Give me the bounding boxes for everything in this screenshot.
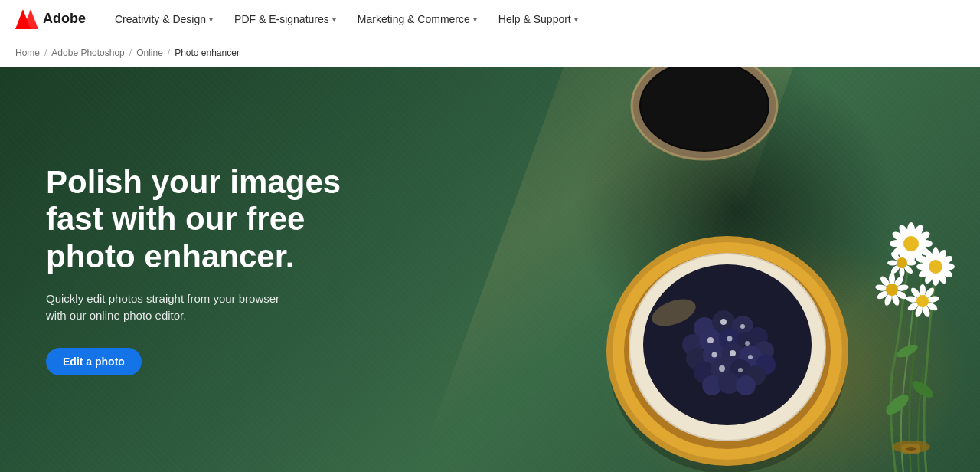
- svg-point-43: [738, 368, 743, 372]
- svg-point-77: [889, 273, 895, 285]
- svg-point-40: [748, 355, 753, 359]
- breadcrumb-photoshop: Adobe Photoshop: [51, 48, 124, 58]
- edit-photo-button[interactable]: Edit a photo: [46, 348, 142, 375]
- nav-label-pdf: PDF & E-signatures: [234, 13, 329, 25]
- breadcrumb-online-link[interactable]: Online: [136, 48, 163, 58]
- svg-point-46: [910, 378, 936, 401]
- svg-point-105: [887, 261, 898, 266]
- svg-point-41: [712, 352, 717, 358]
- breadcrumb-photoshop-link[interactable]: Adobe Photoshop: [51, 48, 124, 58]
- svg-point-88: [920, 284, 926, 297]
- svg-point-45: [883, 391, 912, 418]
- chevron-down-icon: ▾: [473, 15, 477, 24]
- nav-link-marketing[interactable]: Marketing & Commerce ▾: [347, 0, 488, 38]
- svg-point-36: [707, 337, 714, 343]
- breadcrumb-home-link[interactable]: Home: [15, 48, 40, 58]
- tart-plate: [597, 221, 858, 472]
- nav-label-creativity: Creativity & Design: [115, 13, 206, 25]
- nav-item-help: Help & Support ▾: [488, 0, 589, 38]
- svg-point-42: [719, 365, 725, 372]
- svg-point-39: [730, 350, 736, 356]
- svg-point-99: [900, 248, 905, 259]
- svg-point-33: [736, 375, 756, 395]
- nav-item-marketing: Marketing & Commerce ▾: [347, 0, 488, 38]
- nav-label-help: Help & Support: [498, 13, 571, 25]
- coffee-cup: [628, 67, 781, 221]
- flowers: [835, 182, 980, 472]
- nav-item-creativity: Creativity & Design ▾: [104, 0, 224, 38]
- hero-title: Polish your images fast with our free ph…: [46, 164, 375, 275]
- breadcrumb-sep-2: /: [129, 48, 132, 58]
- svg-point-101: [906, 261, 916, 266]
- adobe-icon: [15, 9, 38, 29]
- chevron-down-icon: ▾: [209, 15, 213, 24]
- svg-point-61: [903, 236, 919, 251]
- breadcrumb-sep-3: /: [168, 48, 170, 58]
- breadcrumb: Home / Adobe Photoshop / Online / Photo …: [0, 38, 980, 67]
- breadcrumb-current: Photo enhancer: [175, 48, 240, 58]
- svg-point-97: [916, 295, 929, 307]
- svg-point-34: [720, 319, 727, 325]
- adobe-logo-text: Adobe: [43, 11, 86, 27]
- nav-item-pdf: PDF & E-signatures ▾: [224, 0, 347, 38]
- breadcrumb-online: Online: [136, 48, 163, 58]
- breadcrumb-current-label: Photo enhancer: [175, 48, 240, 58]
- breadcrumb-sep-1: /: [44, 48, 47, 58]
- chevron-down-icon: ▾: [574, 15, 578, 24]
- svg-point-107: [897, 257, 907, 268]
- svg-point-86: [886, 284, 898, 296]
- svg-point-38: [727, 336, 733, 342]
- adobe-logo-link[interactable]: Adobe: [15, 9, 86, 29]
- hero-subtitle: Quickly edit photos straight from your b…: [46, 290, 375, 325]
- nav-menu: Creativity & Design ▾ PDF & E-signatures…: [104, 0, 589, 38]
- nav-link-help[interactable]: Help & Support ▾: [488, 0, 589, 38]
- hero-content: Polish your images fast with our free ph…: [46, 164, 375, 375]
- nav-link-creativity[interactable]: Creativity & Design ▾: [104, 0, 224, 38]
- svg-point-37: [745, 341, 750, 346]
- svg-point-35: [740, 324, 745, 329]
- nav-label-marketing: Marketing & Commerce: [358, 13, 470, 25]
- svg-point-75: [929, 260, 942, 274]
- hero-objects: [444, 67, 980, 472]
- svg-point-103: [900, 267, 905, 277]
- breadcrumb-home: Home: [15, 48, 40, 58]
- chevron-down-icon: ▾: [332, 15, 336, 24]
- hero-section: Polish your images fast with our free ph…: [0, 67, 980, 472]
- nav-link-pdf[interactable]: PDF & E-signatures ▾: [224, 0, 347, 38]
- main-nav: Adobe Creativity & Design ▾ PDF & E-sign…: [0, 0, 980, 38]
- breadcrumb-list: Home / Adobe Photoshop / Online / Photo …: [15, 48, 240, 58]
